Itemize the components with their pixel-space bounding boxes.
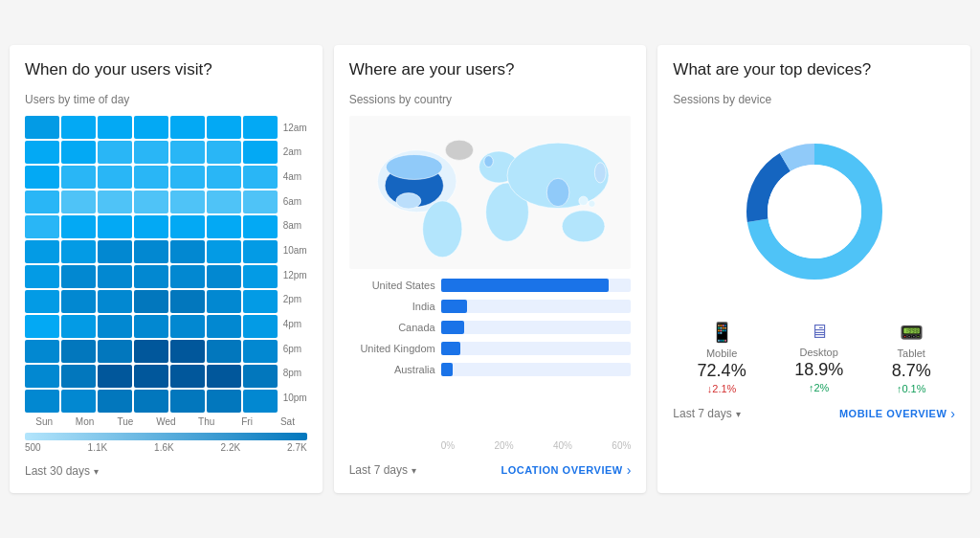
heatmap-cell	[207, 191, 241, 213]
bar-axis-label: 40%	[553, 440, 572, 451]
bar-track	[441, 321, 632, 334]
heatmap-cell	[170, 240, 205, 263]
panel1-title: When do your users visit?	[25, 60, 307, 79]
bar-country-label: United States	[349, 280, 435, 291]
bar-track	[441, 279, 632, 292]
device-name: Tablet	[898, 347, 925, 359]
heatmap-xlabel: Mon	[65, 416, 103, 427]
heatmap-cell	[243, 315, 278, 338]
heatmap-cell	[134, 191, 168, 213]
heatmap-grid	[25, 116, 278, 413]
legend-gradient	[25, 433, 307, 440]
heatmap-cell	[207, 240, 241, 263]
heatmap-cell	[61, 265, 96, 288]
heatmap-cell	[170, 141, 205, 164]
when-users-visit-card: When do your users visit? Users by time …	[10, 45, 323, 493]
heatmap-bottom: SunMonTueWedThuFriSat 5001.1K1.6K2.2K2.7…	[25, 416, 307, 453]
bar-axis-label: 20%	[495, 440, 514, 451]
panel1-dropdown-icon[interactable]: ▾	[94, 466, 99, 477]
heatmap-cell	[98, 290, 132, 313]
svg-point-12	[594, 163, 606, 183]
device-icon: 🖥	[810, 321, 829, 343]
heatmap-cell	[243, 265, 278, 288]
country-bar-chart: United StatesIndiaCanadaUnited KingdomAu…	[349, 279, 632, 438]
heatmap-cell	[170, 215, 205, 238]
heatmap-cell	[134, 340, 168, 363]
heatmap-ylabel: 4am	[283, 166, 307, 189]
device-name: Mobile	[706, 347, 737, 359]
heatmap-cell	[98, 365, 132, 388]
legend-value: 1.6K	[154, 442, 174, 453]
panel2-title: Where are your users?	[349, 60, 632, 79]
heatmap-xlabel: Tue	[106, 416, 145, 427]
heatmap-cell	[98, 315, 132, 338]
panel3-title: What are your top devices?	[673, 60, 955, 79]
heatmap-cell	[243, 141, 278, 164]
device-icon: 📟	[900, 321, 924, 344]
world-map	[349, 116, 632, 269]
location-overview-link[interactable]: LOCATION OVERVIEW	[501, 464, 622, 476]
bar-row: Australia	[349, 363, 632, 376]
bar-fill	[441, 279, 609, 292]
panel3-dropdown-icon[interactable]: ▾	[736, 409, 741, 419]
bar-country-label: India	[349, 301, 435, 312]
heatmap-cell	[61, 340, 96, 363]
heatmap-ylabel: 6am	[283, 191, 307, 213]
heatmap-cell	[207, 315, 241, 338]
panel1-period: Last 30 days	[25, 464, 90, 478]
panel3-subtitle: Sessions by device	[673, 93, 955, 106]
mobile-overview-chevron[interactable]: ›	[950, 406, 955, 421]
heatmap-cell	[61, 290, 96, 313]
heatmap-xlabel: Sat	[268, 416, 306, 427]
heatmap-cell	[25, 191, 59, 213]
heatmap-cell	[170, 315, 205, 338]
device-change: ↓2.1%	[707, 383, 737, 394]
heatmap-cell	[61, 240, 96, 263]
heatmap-cell	[134, 166, 168, 189]
bar-axis-label: 0%	[441, 440, 455, 451]
device-percentage: 72.4%	[698, 361, 746, 381]
bar-track	[441, 363, 632, 376]
heatmap-cell	[170, 191, 205, 213]
heatmap-cell	[207, 166, 241, 189]
heatmap-cell	[134, 116, 168, 139]
bar-country-label: United Kingdom	[349, 343, 435, 354]
heatmap-cell	[98, 191, 132, 213]
bar-row: India	[349, 300, 632, 313]
heatmap-cell	[243, 116, 278, 139]
heatmap-ylabel: 8am	[283, 214, 307, 237]
device-item: 🖥Desktop18.9%↑2%	[794, 321, 843, 394]
heatmap-wrapper: 12am2am4am6am8am10am12pm2pm4pm6pm8pm10pm	[25, 116, 307, 413]
legend-value: 2.2K	[221, 442, 241, 453]
bar-fill	[441, 363, 453, 376]
heatmap-ylabel: 4pm	[283, 313, 307, 336]
legend-value: 500	[25, 442, 41, 453]
heatmap-cell	[170, 340, 205, 363]
heatmap-cell	[98, 166, 132, 189]
heatmap-ylabels: 12am2am4am6am8am10am12pm2pm4pm6pm8pm10pm	[278, 116, 307, 413]
heatmap-cell	[61, 315, 96, 338]
mobile-overview-link[interactable]: MOBILE OVERVIEW	[839, 408, 947, 419]
heatmap-cell	[98, 116, 132, 139]
heatmap-cell	[134, 315, 168, 338]
where-users-card: Where are your users? Sessions by countr…	[334, 45, 647, 493]
heatmap-ylabel: 10am	[283, 239, 307, 262]
panel3-period: Last 7 days	[673, 407, 731, 420]
location-overview-chevron[interactable]: ›	[627, 462, 632, 478]
heatmap-cell	[134, 215, 168, 238]
legend-value: 2.7K	[287, 442, 307, 453]
heatmap-cell	[134, 141, 168, 164]
panel3-footer: Last 7 days ▾ MOBILE OVERVIEW ›	[673, 406, 955, 421]
svg-point-13	[579, 196, 588, 205]
heatmap-cell	[243, 215, 278, 238]
heatmap-cell	[25, 290, 59, 313]
heatmap-cell	[243, 390, 278, 413]
bar-row: United States	[349, 279, 632, 292]
heatmap-ylabel: 2am	[283, 141, 307, 164]
donut-chart	[728, 125, 901, 298]
panel2-dropdown-icon[interactable]: ▾	[412, 465, 416, 476]
heatmap-ylabel: 8pm	[283, 362, 307, 385]
device-change: ↑0.1%	[897, 383, 926, 394]
heatmap-cell	[207, 340, 241, 363]
heatmap-cell	[243, 166, 278, 189]
